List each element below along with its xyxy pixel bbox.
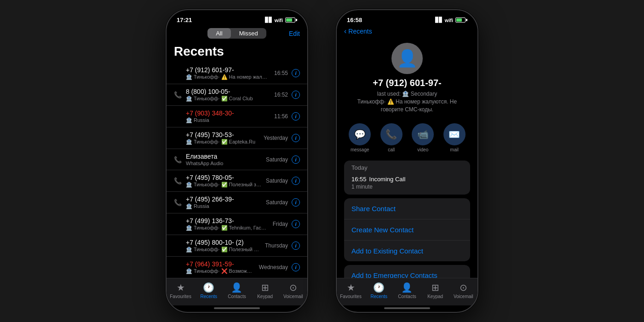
call-info: +7 (499) 136-73- 🏦 Тинькофф· ✅ Tehnikum,… bbox=[186, 217, 268, 231]
emergency-contacts-button[interactable]: Add to Emergency Contacts bbox=[344, 265, 470, 278]
info-button[interactable]: i bbox=[292, 220, 300, 228]
detail-screen[interactable]: ‹ Recents 👤 +7 (912) 601-97- last used: … bbox=[337, 25, 477, 278]
left-tab-bar: ★ Favourites 🕐 Recents 👤 Contacts ⊞ Keyp… bbox=[167, 278, 307, 305]
video-label: video bbox=[417, 147, 428, 152]
tab-missed[interactable]: Missed bbox=[231, 28, 266, 39]
left-phone: 17:21 ▊▊ wifi All Missed Edit bbox=[166, 9, 308, 313]
call-item[interactable]: 📞 8 (800) 100-05- 🏦 Тинькофф· ✅ Coral Cl… bbox=[167, 84, 307, 106]
call-item[interactable]: +7 (495) 730-53- 🏦 Тинькофф· ✅ Eapteka.R… bbox=[167, 127, 307, 149]
info-button[interactable]: i bbox=[292, 242, 300, 250]
back-label: Recents bbox=[348, 28, 372, 35]
call-time: Saturday bbox=[266, 178, 288, 184]
tab-keypad[interactable]: ⊞ Keypad bbox=[253, 282, 276, 299]
right-battery-icon bbox=[455, 17, 467, 23]
call-item[interactable]: +7 (495) 800-10- (2) 🏦 Тинькофф· ✅ Полез… bbox=[167, 235, 307, 257]
call-info: +7 (495) 266-39- 🏦 Russia bbox=[186, 196, 261, 209]
right-tab-label: Keypad bbox=[427, 294, 443, 299]
call-name: Елизавета bbox=[186, 153, 261, 160]
call-info: +7 (495) 780-05- 🏦 Тинькофф· ✅ Полезный … bbox=[186, 174, 261, 188]
right-tab-voicemail[interactable]: ⊙ Voicemail bbox=[452, 282, 475, 299]
info-button[interactable]: i bbox=[292, 198, 300, 207]
left-time: 17:21 bbox=[177, 17, 192, 23]
tab-all[interactable]: All bbox=[207, 28, 230, 39]
contact-action-2[interactable]: Add to Existing Contact bbox=[344, 241, 470, 261]
call-info: +7 (495) 800-10- (2) 🏦 Тинькофф· ✅ Полез… bbox=[186, 239, 260, 253]
call-name: +7 (495) 266-39- bbox=[186, 196, 261, 203]
info-button[interactable]: i bbox=[292, 112, 300, 121]
right-tab-icon: 🕐 bbox=[373, 282, 385, 293]
call-sub: 🏦 Тинькофф· ✅ Полезный зв... bbox=[186, 247, 260, 253]
call-right: Saturday i bbox=[266, 177, 300, 185]
video-icon-bg: 📹 bbox=[412, 123, 434, 145]
info-button[interactable]: i bbox=[292, 134, 300, 142]
right-tab-label: Voicemail bbox=[454, 294, 473, 299]
call-item[interactable]: 📞 +7 (495) 266-39- 🏦 Russia Saturday i bbox=[167, 192, 307, 213]
call-item[interactable]: 📞 Елизавета WhatsApp Audio Saturday i bbox=[167, 149, 307, 170]
action-message-button[interactable]: 💬 message bbox=[345, 123, 374, 152]
info-button[interactable]: i bbox=[292, 263, 300, 271]
action-video-button[interactable]: 📹 video bbox=[408, 123, 437, 152]
call-time: Yesterday bbox=[264, 135, 288, 141]
right-phone: 16:58 ▊▊ wifi ‹ Recents bbox=[336, 9, 478, 313]
right-tab-keypad[interactable]: ⊞ Keypad bbox=[424, 282, 447, 299]
call-sub: 🏦 Russia bbox=[186, 203, 261, 209]
battery-icon bbox=[285, 17, 297, 23]
call-right: 16:52 i bbox=[274, 91, 300, 99]
right-tab-icon: ⊙ bbox=[460, 282, 467, 293]
call-sub: 🏦 Тинькофф· ✅ Eapteka.Ru bbox=[186, 139, 259, 145]
info-button[interactable]: i bbox=[292, 91, 300, 99]
recents-title: Recents bbox=[174, 44, 300, 59]
tab-label: Contacts bbox=[228, 294, 246, 299]
contact-action-1[interactable]: Create New Contact bbox=[344, 219, 470, 241]
mail-icon: ✉️ bbox=[448, 129, 460, 140]
right-tab-favourites[interactable]: ★ Favourites bbox=[339, 282, 362, 299]
left-home-indicator bbox=[214, 307, 260, 309]
right-sim-icon: ▊▊ bbox=[435, 17, 443, 23]
right-tab-label: Contacts bbox=[398, 294, 416, 299]
call-item[interactable]: +7 (903) 348-30- 🏦 Russia 11:56 i bbox=[167, 106, 307, 127]
call-item[interactable]: 📞 +7 (495) 780-05- 🏦 Тинькофф· ✅ Полезны… bbox=[167, 170, 307, 192]
tab-contacts[interactable]: 👤 Contacts bbox=[225, 282, 248, 299]
contact-action-0[interactable]: Share Contact bbox=[344, 198, 470, 219]
tab-favourites[interactable]: ★ Favourites bbox=[169, 282, 192, 299]
right-tab-icon: ★ bbox=[347, 282, 355, 293]
call-icon-bg: 📞 bbox=[380, 123, 402, 145]
call-sub: 🏦 Тинькофф· ✅ Coral Club bbox=[186, 96, 270, 102]
contact-phone-number: +7 (912) 601-97- bbox=[373, 78, 442, 88]
call-type: Incoming Call bbox=[369, 176, 406, 183]
call-info: +7 (495) 730-53- 🏦 Тинькофф· ✅ Eapteka.R… bbox=[186, 131, 259, 145]
info-button[interactable]: i bbox=[292, 177, 300, 185]
right-home-indicator bbox=[384, 307, 430, 309]
edit-button[interactable]: Edit bbox=[289, 30, 300, 37]
avatar: 👤 bbox=[391, 43, 423, 74]
call-history-header: Today bbox=[344, 161, 470, 173]
call-item[interactable]: +7 (912) 601-97- 🏦 Тинькофф· ⚠️ На номер… bbox=[167, 63, 307, 84]
action-call-button[interactable]: 📞 call bbox=[377, 123, 406, 152]
tab-voicemail[interactable]: ⊙ Voicemail bbox=[282, 282, 305, 299]
call-right: 16:55 i bbox=[274, 69, 300, 77]
call-item[interactable]: +7 (499) 136-73- 🏦 Тинькофф· ✅ Tehnikum,… bbox=[167, 213, 307, 235]
call-sub: 🏦 Тинькофф· ❌ Возможно,... bbox=[186, 268, 254, 274]
info-button[interactable]: i bbox=[292, 69, 300, 77]
tab-icon: 🕐 bbox=[203, 282, 214, 293]
tab-icon: ⊞ bbox=[261, 282, 269, 293]
call-name: +7 (495) 800-10- (2) bbox=[186, 239, 260, 246]
right-tab-contacts[interactable]: 👤 Contacts bbox=[396, 282, 419, 299]
call-sub: 🏦 Russia bbox=[186, 117, 270, 123]
recents-tabs: All Missed Edit bbox=[174, 28, 300, 39]
call-name: +7 (495) 730-53- bbox=[186, 131, 259, 138]
call-time: Thursday bbox=[265, 242, 288, 249]
info-button[interactable]: i bbox=[292, 155, 300, 164]
right-tab-recents[interactable]: 🕐 Recents bbox=[368, 282, 391, 299]
call-time: 11:56 bbox=[274, 113, 288, 120]
call-right: Yesterday i bbox=[264, 134, 300, 142]
contact-actions-section: Share ContactCreate New ContactAdd to Ex… bbox=[344, 198, 470, 261]
right-tab-label: Favourites bbox=[340, 294, 362, 299]
call-item[interactable]: +7 (964) 391-59- 🏦 Тинькофф· ❌ Возможно,… bbox=[167, 257, 307, 278]
tab-recents[interactable]: 🕐 Recents bbox=[197, 282, 220, 299]
action-mail-button[interactable]: ✉️ mail bbox=[440, 123, 469, 152]
tab-group: All Missed bbox=[207, 28, 266, 39]
left-signal-icons: ▊▊ wifi bbox=[265, 17, 297, 23]
call-time: Saturday bbox=[266, 199, 288, 206]
call-icon: 📞 bbox=[385, 129, 397, 140]
